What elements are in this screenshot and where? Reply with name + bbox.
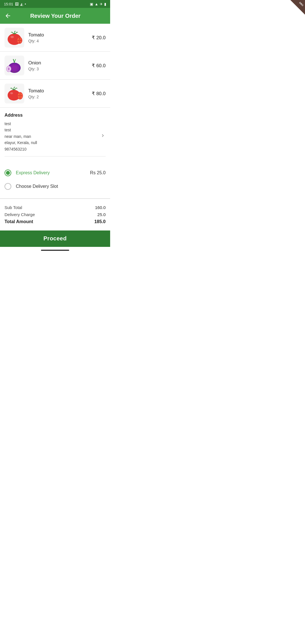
svg-point-2 <box>13 33 16 34</box>
address-row[interactable]: test test near man, man elayur, Kerala, … <box>5 121 106 152</box>
status-bar: 15:01 🖼 ◭ • ▣ ▲ ✈ ▮ DBG <box>0 0 110 8</box>
subtotal-row: Sub Total 160.0 <box>5 204 106 211</box>
delivery-options-section: Express Delivery Rs 25.0 Choose Delivery… <box>0 163 110 198</box>
item-name: Tomato <box>28 88 88 94</box>
item-price: ₹ 60.0 <box>92 63 106 69</box>
delivery-charge-value: 25.0 <box>97 212 106 217</box>
page-title: Review Your Order <box>16 13 95 19</box>
delivery-charge-label: Delivery Charge <box>5 212 35 217</box>
location-icon: ◭ <box>20 2 23 6</box>
status-bar-left: 15:01 🖼 ◭ • <box>4 2 26 6</box>
delivery-slot-option[interactable]: Choose Delivery Slot <box>5 180 106 193</box>
address-section-label: Address <box>5 113 106 118</box>
vibrate-icon: ▣ <box>90 2 93 6</box>
dot-icon: • <box>25 2 26 6</box>
delivery-slot-label: Choose Delivery Slot <box>16 184 106 189</box>
express-delivery-option[interactable]: Express Delivery Rs 25.0 <box>5 166 106 180</box>
address-chevron-icon[interactable] <box>100 133 106 140</box>
order-items-list: Tomato Qty: 4 ₹ 20.0 <box>0 24 110 108</box>
item-qty: Qty: 3 <box>28 67 88 71</box>
wifi-icon: ▲ <box>95 2 98 6</box>
svg-point-7 <box>19 38 20 39</box>
svg-point-30 <box>21 95 22 96</box>
svg-point-9 <box>18 40 19 41</box>
address-section: Address test test near man, man elayur, … <box>0 108 110 163</box>
delivery-charge-row: Delivery Charge 25.0 <box>5 211 106 218</box>
address-phone: 9874563210 <box>5 147 27 151</box>
address-divider <box>5 156 106 156</box>
home-indicator <box>41 250 69 251</box>
express-delivery-radio[interactable] <box>5 169 11 176</box>
svg-point-22 <box>13 89 15 90</box>
proceed-button[interactable]: Proceed <box>0 230 110 247</box>
airplane-icon: ✈ <box>100 2 103 6</box>
svg-point-27 <box>20 94 21 95</box>
item-image-tomato2 <box>5 84 24 103</box>
order-item: Tomato Qty: 2 ₹ 80.0 <box>0 80 110 108</box>
subtotal-label: Sub Total <box>5 205 22 210</box>
item-image-onion <box>5 56 24 75</box>
address-line1: test <box>5 121 11 126</box>
order-item: Onion Qty: 3 ₹ 60.0 <box>0 52 110 80</box>
item-name: Onion <box>28 60 88 66</box>
svg-point-8 <box>19 42 20 43</box>
item-image-tomato1 <box>5 28 24 47</box>
express-delivery-price: Rs 25.0 <box>90 170 106 175</box>
status-time: 15:01 <box>4 2 13 6</box>
app-header: Review Your Order <box>0 8 110 24</box>
status-bar-right: ▣ ▲ ✈ ▮ <box>90 2 106 6</box>
item-name: Tomato <box>28 32 88 38</box>
address-line4: elayur, Kerala, null <box>5 140 37 145</box>
total-row: Total Amount 185.0 <box>5 218 106 225</box>
order-item: Tomato Qty: 4 ₹ 20.0 <box>0 24 110 52</box>
svg-point-29 <box>19 95 19 96</box>
item-price: ₹ 20.0 <box>92 35 106 41</box>
item-details: Tomato Qty: 2 <box>28 88 88 99</box>
item-qty: Qty: 4 <box>28 39 88 43</box>
item-qty: Qty: 2 <box>28 95 88 99</box>
subtotal-value: 160.0 <box>95 205 106 210</box>
express-delivery-label: Express Delivery <box>16 170 86 175</box>
back-button[interactable] <box>5 12 11 19</box>
address-line2: test <box>5 128 11 132</box>
svg-point-19 <box>8 68 9 70</box>
svg-point-10 <box>20 40 21 41</box>
item-details: Tomato Qty: 4 <box>28 32 88 43</box>
gallery-icon: 🖼 <box>15 2 19 6</box>
svg-point-14 <box>12 66 17 70</box>
svg-point-21 <box>10 92 13 94</box>
item-price: ₹ 80.0 <box>92 91 106 97</box>
delivery-slot-radio[interactable] <box>5 183 11 190</box>
svg-point-1 <box>10 36 14 38</box>
total-label: Total Amount <box>5 219 33 224</box>
total-value: 185.0 <box>94 219 106 224</box>
item-details: Onion Qty: 3 <box>28 60 88 71</box>
order-summary: Sub Total 160.0 Delivery Charge 25.0 Tot… <box>0 199 110 230</box>
battery-icon: ▮ <box>104 2 106 6</box>
bottom-nav-bar <box>0 247 110 254</box>
address-text: test test near man, man elayur, Kerala, … <box>5 121 37 152</box>
svg-point-28 <box>20 97 21 98</box>
address-line3: near man, man <box>5 134 31 139</box>
